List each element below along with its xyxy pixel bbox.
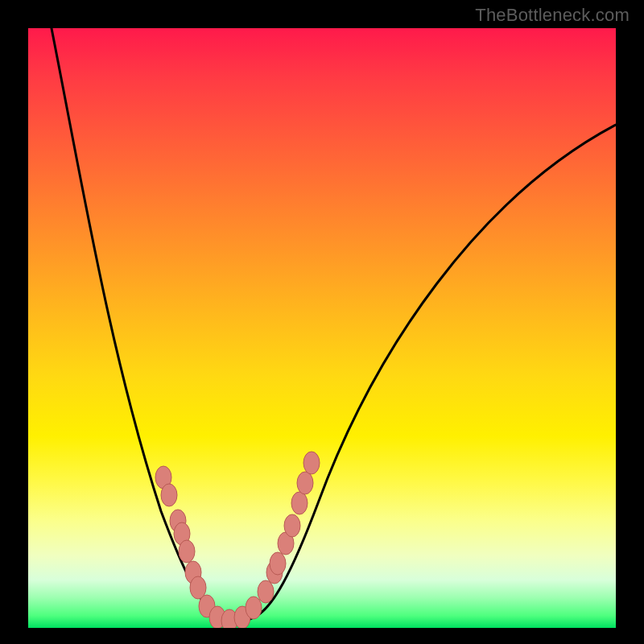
curve-svg [28, 28, 616, 628]
curve-marker [284, 514, 300, 537]
curve-marker [179, 540, 195, 563]
curve-marker [258, 580, 274, 603]
curve-marker [270, 552, 286, 575]
curve-marker [297, 472, 313, 494]
curve-marker [246, 597, 262, 619]
marker-group [155, 452, 320, 628]
curve-marker [161, 484, 177, 506]
bottleneck-curve [48, 28, 616, 622]
plot-area [28, 28, 616, 628]
curve-marker [303, 452, 320, 474]
chart-frame: TheBottleneck.com [0, 0, 644, 644]
curve-marker [291, 492, 308, 514]
watermark-text: TheBottleneck.com [475, 5, 630, 26]
